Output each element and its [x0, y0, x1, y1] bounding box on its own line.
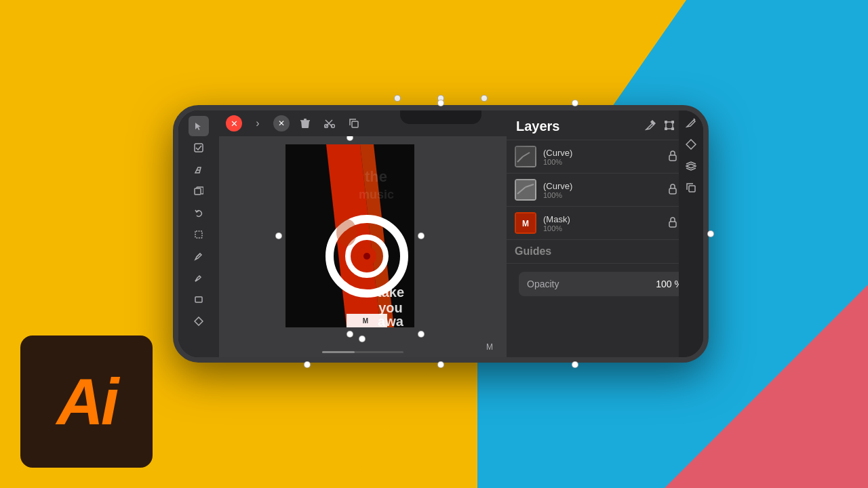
svg-rect-41	[669, 188, 676, 194]
lock-icon[interactable]	[668, 184, 677, 197]
phone-mockup: ✕ › ✕	[173, 105, 709, 363]
svg-rect-5	[195, 297, 202, 302]
close-button[interactable]: ✕	[226, 115, 242, 131]
lock-icon[interactable]	[668, 217, 677, 230]
svg-marker-48	[686, 140, 696, 149]
side-icons-panel	[679, 110, 703, 357]
tool-rectangle[interactable]	[189, 289, 209, 310]
svg-marker-6	[195, 317, 203, 325]
guides-section[interactable]: Guides	[507, 240, 703, 264]
layer-opacity: 100%	[543, 191, 661, 199]
svg-text:you: you	[378, 300, 403, 315]
scroll-indicator: M	[486, 342, 493, 352]
svg-rect-49	[689, 186, 695, 192]
layers-title: Layers	[516, 119, 560, 134]
svg-rect-0	[195, 144, 203, 152]
ai-logo-text: Ai	[57, 369, 117, 434]
svg-point-19	[363, 253, 370, 260]
opacity-bar[interactable]: Opacity 100 %	[519, 272, 691, 296]
svg-text:M: M	[522, 219, 529, 228]
tool-select-box[interactable]	[189, 224, 209, 245]
layer-info: (Curve) 100%	[543, 181, 661, 199]
layer-info: (Curve) 100%	[543, 148, 661, 166]
opacity-section: Opacity 100 %	[507, 264, 703, 304]
layer-item[interactable]: (Curve) 100%	[507, 174, 703, 207]
layers-panel: Layers	[507, 110, 703, 357]
svg-text:take: take	[377, 285, 404, 300]
layer-name: (Curve)	[543, 148, 661, 158]
draw-icon[interactable]	[686, 117, 696, 128]
layer-name: (Curve)	[543, 181, 661, 191]
copy-icon[interactable]	[686, 182, 696, 193]
svg-rect-36	[669, 155, 676, 161]
cut-button[interactable]	[321, 115, 338, 132]
diamond-icon[interactable]	[686, 139, 696, 150]
tool-duplicate[interactable]	[189, 181, 209, 201]
layer-opacity: 100%	[543, 158, 661, 166]
lock-icon[interactable]	[668, 150, 677, 163]
svg-rect-32	[671, 127, 674, 130]
opacity-label: Opacity	[527, 279, 559, 289]
tool-undo[interactable]	[189, 203, 209, 223]
guides-label: Guides	[515, 245, 684, 258]
ai-logo: Ai	[20, 336, 153, 468]
tool-select[interactable]	[189, 116, 209, 136]
layers-header: Layers	[507, 110, 703, 140]
artwork: the music take you awa M	[285, 144, 414, 327]
delete-button[interactable]	[296, 115, 314, 132]
toolbar	[178, 110, 219, 357]
svg-rect-33	[516, 147, 535, 166]
layer-item[interactable]: M (Mask) 100%	[507, 207, 703, 240]
scrollbar[interactable]	[322, 351, 403, 353]
layer-thumbnail	[515, 146, 536, 167]
svg-text:music: music	[359, 188, 394, 201]
canvas-area[interactable]: ✕ › ✕	[219, 110, 507, 357]
close-icon2[interactable]: ✕	[273, 115, 290, 131]
layers-icon[interactable]	[686, 161, 696, 171]
svg-rect-29	[665, 121, 667, 123]
svg-point-10	[332, 125, 335, 128]
layer-item[interactable]: (Curve) 100%	[507, 140, 703, 174]
tool-pen[interactable]	[189, 159, 209, 180]
copy-button[interactable]	[345, 115, 363, 132]
layer-info: (Mask) 100%	[543, 214, 661, 232]
tool-checkbox[interactable]	[189, 138, 209, 158]
tool-pen2[interactable]	[189, 268, 209, 288]
layers-footer: +	[507, 334, 703, 357]
layer-thumbnail: M	[515, 212, 536, 234]
layer-thumbnail	[515, 179, 536, 201]
svg-rect-30	[671, 121, 674, 123]
layer-opacity: 100%	[543, 224, 661, 232]
svg-rect-38	[516, 180, 535, 199]
transform-icon[interactable]	[664, 120, 675, 134]
svg-text:M: M	[363, 317, 368, 325]
layer-name: (Mask)	[543, 214, 661, 224]
svg-point-25	[336, 219, 357, 246]
svg-rect-45	[669, 222, 676, 227]
svg-rect-2	[195, 188, 201, 195]
forward-button[interactable]: ›	[249, 115, 267, 132]
tool-diamond[interactable]	[189, 311, 209, 331]
svg-rect-11	[352, 121, 358, 127]
phone-body: ✕ › ✕	[173, 105, 709, 363]
svg-text:the: the	[365, 168, 387, 185]
edit-icon[interactable]	[645, 120, 656, 134]
tool-pencil[interactable]	[189, 246, 209, 266]
svg-rect-3	[195, 231, 202, 238]
svg-rect-31	[665, 127, 667, 130]
